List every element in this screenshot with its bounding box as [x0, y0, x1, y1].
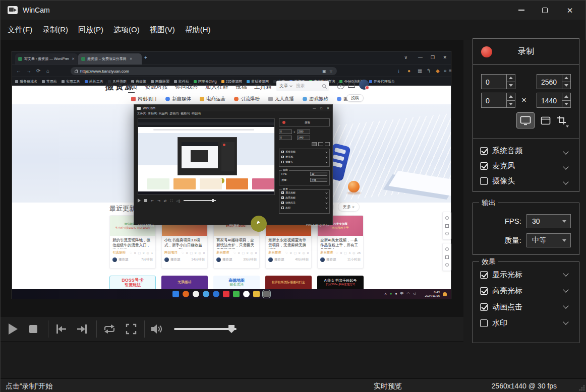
chevron-down-icon[interactable]	[563, 303, 568, 308]
maximize-icon	[542, 8, 548, 13]
views-icon: ◎	[353, 251, 355, 254]
menu-record[interactable]: 录制(R)	[42, 25, 68, 35]
likes-icon: ♡	[130, 251, 132, 254]
cloud-icon	[203, 291, 209, 297]
url-bar: https://www.banziyuan.com ▣☆	[71, 67, 337, 75]
loop-button[interactable]	[103, 323, 115, 335]
maximize-button[interactable]	[533, 1, 556, 20]
monitor-capture-button[interactable]	[516, 112, 535, 128]
crop-icon	[557, 115, 567, 125]
xiaohongshu-icon	[223, 291, 229, 297]
region-x-input[interactable]: 0	[481, 74, 515, 89]
spin-up-button[interactable]	[562, 75, 570, 82]
dropdown-arrow-icon	[562, 239, 566, 242]
status-hint: 点击“录制”开始	[6, 382, 52, 391]
minimize-button[interactable]	[510, 1, 533, 20]
microphone-toggle[interactable]: 麦克风	[473, 160, 579, 172]
spin-down-button[interactable]	[507, 101, 515, 108]
reload-icon: ⟳	[36, 69, 40, 74]
chevron-down-icon[interactable]	[563, 179, 568, 184]
play-button[interactable]	[8, 323, 19, 335]
site-categories: 网创项目 新自媒体 电商运营 引流爆粉 无人直播 游戏搬砖 国外项目	[131, 96, 363, 102]
highlight-cursor-toggle[interactable]: 高亮光标	[473, 285, 579, 296]
bell-icon	[445, 263, 449, 267]
crop-capture-button[interactable]	[555, 112, 569, 128]
checkbox-checked-icon	[480, 162, 488, 170]
record-button[interactable]: 录制	[473, 38, 579, 65]
skip-to-end-button[interactable]	[76, 323, 88, 335]
preview-browser-tabbar: 写文章 ‹ 搬资源 — WordPress ✕ 搬资源 – 免费项目分享网 ✕ …	[12, 51, 451, 64]
window-icon	[541, 116, 551, 125]
mute-button[interactable]	[150, 323, 163, 335]
region-width-input[interactable]: 2560	[537, 74, 571, 89]
qq-icon	[193, 291, 199, 297]
fullscreen-button[interactable]	[126, 323, 137, 335]
menu-view[interactable]: 视图(V)	[150, 25, 175, 35]
region-height-input[interactable]: 1440	[537, 93, 571, 108]
resize-grip[interactable]	[579, 385, 584, 390]
menu-file[interactable]: 文件(F)	[8, 25, 32, 35]
menu-playback[interactable]: 回放(P)	[78, 25, 103, 35]
volume-slider-thumb[interactable]	[228, 325, 235, 333]
forward-icon: →	[26, 69, 31, 74]
folder-icon	[253, 291, 260, 297]
browser-close-icon: ✕	[443, 55, 447, 60]
close-icon: ✕	[327, 107, 329, 110]
chevron-down-icon[interactable]	[563, 319, 568, 324]
checkbox-unchecked-icon	[480, 319, 488, 327]
comments-icon: ▢	[242, 251, 245, 254]
webcam-toggle[interactable]: 摄像头	[473, 175, 579, 187]
lock-icon	[75, 71, 78, 73]
show-cursor-toggle[interactable]: 显示光标	[473, 269, 579, 280]
nested-nested-window	[178, 137, 237, 175]
avatar	[268, 257, 273, 262]
play-icon	[8, 323, 19, 335]
extension-icon: ●	[407, 69, 411, 74]
quality-dropdown[interactable]: 中等	[526, 233, 571, 247]
spin-down-button[interactable]	[507, 82, 515, 89]
watermark-toggle[interactable]: 水印	[473, 317, 579, 329]
dropdown-arrow-icon	[562, 220, 566, 223]
playback-toolbar	[1, 317, 463, 341]
menu-help[interactable]: 帮助(H)	[185, 25, 211, 35]
nested-wincam-window: WinCam —□✕ 文件(F) 录制(R) 回放(P) 选项(O) 视图(V)…	[134, 104, 333, 225]
region-y-input[interactable]: 0	[481, 93, 515, 108]
wincam-taskbar-icon	[263, 291, 270, 297]
chevron-down-icon[interactable]	[563, 149, 568, 154]
chevron-down-icon[interactable]	[563, 287, 568, 292]
tab-favicon	[18, 57, 22, 61]
record-circle-icon	[282, 121, 285, 124]
spin-up-button[interactable]	[507, 93, 515, 101]
minimize-icon	[518, 10, 524, 11]
window-mode-icon	[318, 142, 323, 146]
comments-icon: ▢	[294, 251, 297, 254]
spin-up-button[interactable]	[507, 75, 515, 82]
more-pill: 更多 >	[338, 202, 360, 212]
menu-options[interactable]: 选项(O)	[113, 25, 140, 35]
chevron-down-icon[interactable]	[563, 164, 568, 169]
window-capture-button[interactable]	[539, 112, 553, 128]
star-icon: ☆	[329, 69, 333, 74]
close-button[interactable]: ✕	[558, 1, 581, 20]
search-icon	[445, 232, 449, 235]
skip-to-start-button[interactable]	[55, 323, 67, 335]
settings-sidebar: 录制 0 2560 × 0 1440	[463, 40, 586, 378]
article-card: 拉萨拉斯国际服搬砖打金	[265, 276, 312, 289]
tray-icon: ●	[395, 292, 397, 295]
preview-region: 写文章 ‹ 搬资源 — WordPress ✕ 搬资源 – 免费项目分享网 ✕ …	[1, 40, 463, 378]
record-label: 录制	[473, 46, 579, 57]
animate-clicks-toggle[interactable]: 动画点击	[473, 301, 579, 312]
spin-up-button[interactable]	[562, 93, 570, 101]
volume-slider[interactable]	[174, 328, 237, 330]
spin-down-button[interactable]	[562, 101, 570, 108]
spin-down-button[interactable]	[562, 82, 570, 89]
chevron-down-icon[interactable]	[563, 271, 568, 276]
browser-tab-active: 搬资源 – 免费项目分享网 ✕	[78, 53, 142, 64]
notification-bell-icon	[443, 292, 447, 296]
nested-preview	[138, 118, 275, 195]
nested-sidebar: 录制 0×2560 0×1440 系统音频 麦克风 摄像头 输出 FPS:30	[279, 118, 330, 222]
system-audio-toggle[interactable]: 系统音频	[473, 145, 579, 157]
stop-button[interactable]	[29, 324, 38, 334]
fps-dropdown[interactable]: 30	[526, 214, 571, 228]
download-icon: ↓	[397, 69, 400, 74]
